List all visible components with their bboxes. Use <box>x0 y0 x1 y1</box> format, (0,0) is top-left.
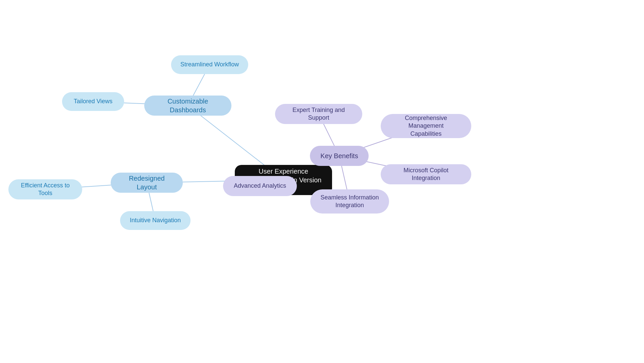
intuitive-navigation-node: Intuitive Navigation <box>120 211 191 230</box>
svg-line-7 <box>324 124 334 146</box>
tailored-views-node: Tailored Views <box>62 92 124 111</box>
key-benefits-label: Key Benefits <box>320 152 358 160</box>
redesigned-layout-label: Redesigned Layout <box>119 174 175 191</box>
advanced-analytics-label: Advanced Analytics <box>234 182 286 190</box>
redesigned-layout-node: Redesigned Layout <box>111 173 183 193</box>
key-benefits-node: Key Benefits <box>310 146 369 166</box>
comprehensive-mgmt-label: Comprehensive Management Capabilities <box>389 114 463 138</box>
seamless-integration-node: Seamless Information Integration <box>310 189 389 214</box>
advanced-analytics-node: Advanced Analytics <box>223 176 297 196</box>
seamless-integration-label: Seamless Information Integration <box>320 194 379 209</box>
tailored-views-label: Tailored Views <box>74 98 113 105</box>
intuitive-navigation-label: Intuitive Navigation <box>130 217 181 224</box>
comprehensive-mgmt-node: Comprehensive Management Capabilities <box>381 114 471 138</box>
microsoft-copilot-node: Microsoft Copilot Integration <box>381 164 471 184</box>
svg-line-0 <box>200 115 265 166</box>
streamlined-workflow-node: Streamlined Workflow <box>171 55 248 74</box>
svg-line-2 <box>124 103 145 104</box>
customizable-dashboards-node: Customizable Dashboards <box>144 96 231 116</box>
svg-line-1 <box>193 74 205 96</box>
svg-line-5 <box>149 193 153 211</box>
svg-line-11 <box>341 166 347 189</box>
streamlined-workflow-label: Streamlined Workflow <box>180 61 239 68</box>
customizable-dashboards-label: Customizable Dashboards <box>152 97 223 114</box>
efficient-access-label: Efficient Access to Tools <box>16 182 74 197</box>
expert-training-label: Expert Training and Support <box>283 106 354 122</box>
svg-line-4 <box>81 185 112 187</box>
microsoft-copilot-label: Microsoft Copilot Integration <box>389 167 463 182</box>
expert-training-node: Expert Training and Support <box>275 104 362 124</box>
efficient-access-node: Efficient Access to Tools <box>8 179 82 199</box>
